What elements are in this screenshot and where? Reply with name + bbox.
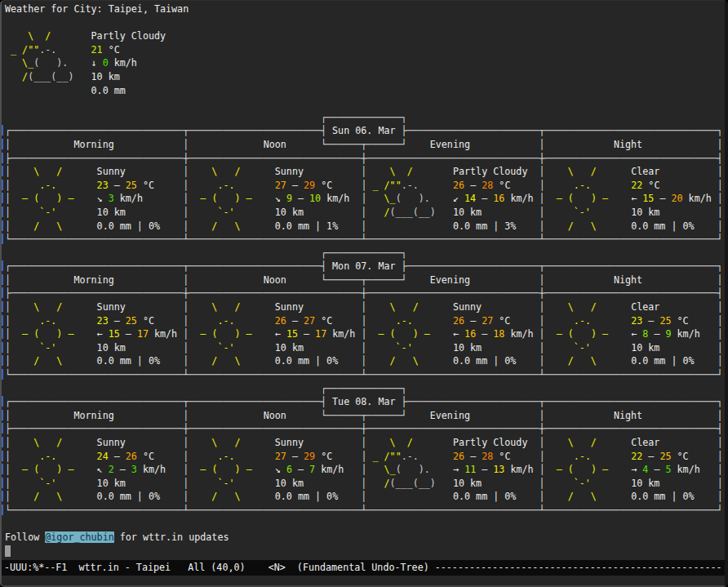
blank-line xyxy=(5,518,725,531)
precipitation-value: 0.0 mm | 0% xyxy=(97,220,160,232)
wind-direction-icon: ← xyxy=(631,328,642,340)
page-title: Weather for City: Taipei, Taiwan xyxy=(5,3,189,15)
day-label-box-top: ┌─────────────┐ xyxy=(5,111,725,125)
table-separator: ├──────────────────────────────┼────────… xyxy=(5,287,725,300)
blank-line xyxy=(5,97,725,111)
table-border: │ xyxy=(5,478,11,489)
weather-icon-art: / \ xyxy=(189,355,275,367)
day-label-box: ┌─────────────┐ xyxy=(321,247,407,259)
truncation-indicator xyxy=(2,410,3,420)
weather-icon-art xyxy=(366,220,453,232)
weather-icon-art: ― ( ) ― xyxy=(189,193,275,204)
period-header: Morning xyxy=(11,139,183,150)
emacs-modeline[interactable]: -UUU:%*--F1 wttr.in - Taipei All (40,0) … xyxy=(2,560,725,576)
weather-icon-art: (___(__) xyxy=(390,478,453,489)
forecast-row: │ ― ( ) ― ↘ 3 km/h │ ― ( ) ― ↘ 9 – 10 km… xyxy=(5,192,725,206)
weather-icon-art: .-. xyxy=(545,451,632,462)
wind-speed: 13 xyxy=(493,464,504,475)
truncation-indicator xyxy=(2,287,3,298)
precipitation-value: 0.0 mm | 0% xyxy=(631,355,694,367)
truncation-indicator xyxy=(2,451,3,461)
table-border: │ xyxy=(5,410,11,421)
condition-label: Clear xyxy=(631,301,659,313)
table-border: └──────────────────────────────┴────────… xyxy=(5,369,723,380)
temp-low: 22 xyxy=(631,451,642,462)
table-border: │ xyxy=(5,166,11,177)
table-border: │ xyxy=(539,166,545,177)
temp-high: 27 xyxy=(482,315,493,327)
table-border: │ xyxy=(5,437,11,448)
truncation-indicator xyxy=(2,125,3,136)
temp-low: 26 xyxy=(453,451,464,462)
table-border: ├──────────────────────────────┼────────… xyxy=(5,287,723,299)
table-border: ├──────────────────────────────┼────────… xyxy=(5,153,723,164)
emacs-window: Weather for City: Taipei, Taiwan \ / Par… xyxy=(0,0,728,587)
wind-direction-icon: → xyxy=(631,464,642,475)
visibility-value: 10 km xyxy=(631,207,659,218)
day-label: Tue 08. Mar xyxy=(326,396,401,407)
weather-icon-art: \_ xyxy=(366,193,395,204)
table-border: │ xyxy=(717,220,723,232)
wind-direction-icon: ← xyxy=(453,328,464,340)
forecast-row: │ / \ 0.0 mm | 0% │ / \ 0.0 mm | 0% │ 0.… xyxy=(5,490,725,504)
weather-icon-art: / \ xyxy=(545,491,632,502)
weather-icon-art: `-' xyxy=(11,207,97,218)
weather-icon-art: \ / xyxy=(11,437,97,448)
table-border: │ xyxy=(539,207,545,218)
day-label-box: ┌─────────────┐ xyxy=(321,112,407,123)
table-border: │ xyxy=(717,478,723,489)
table-border: │ xyxy=(717,464,723,475)
truncation-indicator xyxy=(2,423,3,434)
table-border: │ xyxy=(539,410,544,421)
forecast-row: │ / \ 0.0 mm | 0% │ / \ 0.0 mm | 1% │ 0.… xyxy=(5,220,725,233)
truncation-indicator xyxy=(2,153,3,163)
precipitation-value: 0.0 mm | 0% xyxy=(631,491,694,502)
day-label-box: └──────┬──────┘ xyxy=(321,410,407,421)
table-border: │ xyxy=(717,139,723,150)
period-header: Evening xyxy=(407,274,539,286)
table-border: │ xyxy=(5,180,11,191)
truncation-indicator xyxy=(2,437,3,447)
wind-direction-icon: ↓ xyxy=(91,57,103,69)
table-border: │ xyxy=(717,193,723,204)
precipitation-value: 0.0 mm | 0% xyxy=(97,355,160,367)
day-label-box: ┌─────────────┐ xyxy=(321,383,407,394)
precipitation-value: 0.0 mm | 0% xyxy=(453,355,516,367)
current-condition-line: _ /"".-. 21 °C xyxy=(5,43,725,57)
table-border: │ xyxy=(717,315,723,327)
table-top-border: ┌──────────────────────────────┬────────… xyxy=(5,124,725,138)
weather-icon-art: `-' xyxy=(545,207,632,218)
precipitation-value: 0.0 mm | 3% xyxy=(453,220,516,232)
wind-direction-icon: ↘ xyxy=(97,193,109,204)
table-border: ├───────────────────────┬───────────────… xyxy=(402,260,723,272)
weather-icon-art: .-. xyxy=(11,180,97,191)
table-bottom-border: └──────────────────────────────┴────────… xyxy=(5,368,725,382)
truncation-indicator xyxy=(2,180,3,190)
weather-icon-art: \ / xyxy=(366,437,453,448)
condition-label: Sunny xyxy=(97,437,126,448)
truncation-indicator xyxy=(2,274,3,285)
twitter-handle-link[interactable]: @igor_chubin xyxy=(45,531,113,543)
temp-low: 26 xyxy=(275,315,286,327)
day-label-box: └──────┬──────┘ xyxy=(321,139,407,150)
temp-high: 27 xyxy=(304,315,315,327)
precipitation-value: 0.0 mm | 1% xyxy=(275,220,338,232)
weather-icon-art: / xyxy=(366,478,389,489)
truncation-indicator xyxy=(2,166,3,176)
weather-icon-art: \ / xyxy=(545,301,632,313)
weather-icon-art xyxy=(366,491,453,502)
weather-icon-art: / \ xyxy=(545,220,632,232)
forecast-row: │ ― ( ) ― ↖ 2 – 3 km/h │ ― ( ) ― ↘ 6 – 7… xyxy=(5,463,725,477)
wttr-weather-buffer[interactable]: Weather for City: Taipei, Taiwan \ / Par… xyxy=(2,1,725,560)
table-border: │ xyxy=(539,451,545,462)
wind-speed: 20 xyxy=(671,193,682,204)
truncation-indicator xyxy=(2,478,3,488)
visibility-value: 10 km xyxy=(453,342,482,354)
temp-low: 23 xyxy=(97,180,109,191)
period-header: Morning xyxy=(11,274,183,286)
wind-direction-icon: ↙ xyxy=(453,193,464,204)
weather-icon-art: ― ( ) ― xyxy=(11,193,97,204)
wind-direction-icon: ↖ xyxy=(97,464,109,475)
truncation-indicator xyxy=(2,342,3,353)
weather-icon-art: \ / xyxy=(545,166,632,177)
